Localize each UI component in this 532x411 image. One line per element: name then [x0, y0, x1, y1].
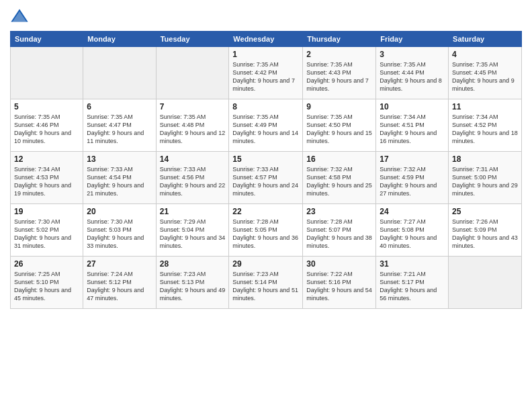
day-info: Sunrise: 7:28 AM Sunset: 5:07 PM Dayligh…: [306, 218, 372, 250]
day-number: 24: [380, 207, 445, 216]
calendar-cell: 20Sunrise: 7:30 AM Sunset: 5:03 PM Dayli…: [83, 204, 156, 257]
day-number: 13: [87, 154, 152, 164]
day-info: Sunrise: 7:21 AM Sunset: 5:17 PM Dayligh…: [380, 270, 445, 303]
day-number: 4: [452, 50, 518, 59]
day-info: Sunrise: 7:26 AM Sunset: 5:09 PM Dayligh…: [452, 218, 518, 250]
day-number: 12: [14, 154, 79, 164]
day-number: 29: [232, 259, 299, 269]
day-number: 19: [14, 207, 79, 216]
day-number: 22: [232, 207, 299, 216]
calendar-cell: [11, 47, 83, 99]
weekday-header-tuesday: Tuesday: [156, 32, 229, 47]
calendar-cell: 2Sunrise: 7:35 AM Sunset: 4:43 PM Daylig…: [303, 47, 376, 99]
day-number: 7: [160, 102, 226, 111]
day-info: Sunrise: 7:33 AM Sunset: 4:54 PM Dayligh…: [87, 165, 152, 198]
day-number: 11: [452, 102, 518, 111]
weekday-header-sunday: Sunday: [11, 32, 83, 47]
day-number: 16: [306, 154, 372, 164]
calendar-table: SundayMondayTuesdayWednesdayThursdayFrid…: [10, 31, 522, 309]
header: [10, 7, 522, 26]
week-row-5: 26Sunrise: 7:25 AM Sunset: 5:10 PM Dayli…: [11, 257, 522, 309]
calendar-cell: 13Sunrise: 7:33 AM Sunset: 4:54 PM Dayli…: [83, 152, 156, 204]
day-number: 6: [87, 102, 152, 111]
day-info: Sunrise: 7:35 AM Sunset: 4:49 PM Dayligh…: [232, 113, 299, 146]
calendar-cell: 8Sunrise: 7:35 AM Sunset: 4:49 PM Daylig…: [229, 99, 303, 152]
day-number: 15: [232, 154, 299, 164]
week-row-1: 1Sunrise: 7:35 AM Sunset: 4:42 PM Daylig…: [11, 47, 522, 99]
page-container: SundayMondayTuesdayWednesdayThursdayFrid…: [0, 0, 532, 312]
day-number: 1: [232, 50, 299, 59]
calendar-cell: 18Sunrise: 7:31 AM Sunset: 5:00 PM Dayli…: [449, 152, 522, 204]
calendar-cell: 29Sunrise: 7:23 AM Sunset: 5:14 PM Dayli…: [229, 257, 303, 309]
calendar-cell: 17Sunrise: 7:32 AM Sunset: 4:59 PM Dayli…: [376, 152, 449, 204]
weekday-header-friday: Friday: [376, 32, 449, 47]
week-row-3: 12Sunrise: 7:34 AM Sunset: 4:53 PM Dayli…: [11, 152, 522, 204]
logo-icon: [10, 7, 29, 26]
calendar-cell: 5Sunrise: 7:35 AM Sunset: 4:46 PM Daylig…: [11, 99, 83, 152]
calendar-body: 1Sunrise: 7:35 AM Sunset: 4:42 PM Daylig…: [11, 47, 522, 309]
calendar-cell: 31Sunrise: 7:21 AM Sunset: 5:17 PM Dayli…: [376, 257, 449, 309]
day-info: Sunrise: 7:28 AM Sunset: 5:05 PM Dayligh…: [232, 218, 299, 250]
day-info: Sunrise: 7:34 AM Sunset: 4:53 PM Dayligh…: [14, 165, 79, 198]
calendar-cell: 19Sunrise: 7:30 AM Sunset: 5:02 PM Dayli…: [11, 204, 83, 257]
day-info: Sunrise: 7:24 AM Sunset: 5:12 PM Dayligh…: [87, 270, 152, 303]
day-number: 3: [380, 50, 445, 59]
day-info: Sunrise: 7:27 AM Sunset: 5:08 PM Dayligh…: [380, 218, 445, 250]
calendar-cell: 3Sunrise: 7:35 AM Sunset: 4:44 PM Daylig…: [376, 47, 449, 99]
day-number: 14: [160, 154, 226, 164]
calendar-cell: 22Sunrise: 7:28 AM Sunset: 5:05 PM Dayli…: [229, 204, 303, 257]
calendar-cell: 21Sunrise: 7:29 AM Sunset: 5:04 PM Dayli…: [156, 204, 229, 257]
calendar-header: SundayMondayTuesdayWednesdayThursdayFrid…: [11, 32, 522, 47]
day-number: 26: [14, 259, 79, 269]
day-info: Sunrise: 7:35 AM Sunset: 4:48 PM Dayligh…: [160, 113, 226, 146]
day-number: 25: [452, 207, 518, 216]
calendar-cell: 23Sunrise: 7:28 AM Sunset: 5:07 PM Dayli…: [303, 204, 376, 257]
day-number: 20: [87, 207, 152, 216]
weekday-header-monday: Monday: [83, 32, 156, 47]
calendar-cell: 6Sunrise: 7:35 AM Sunset: 4:47 PM Daylig…: [83, 99, 156, 152]
day-number: 31: [380, 259, 445, 269]
calendar-cell: 27Sunrise: 7:24 AM Sunset: 5:12 PM Dayli…: [83, 257, 156, 309]
calendar-cell: [449, 257, 522, 309]
day-info: Sunrise: 7:35 AM Sunset: 4:50 PM Dayligh…: [306, 113, 372, 146]
calendar-cell: [83, 47, 156, 99]
calendar-cell: 14Sunrise: 7:33 AM Sunset: 4:56 PM Dayli…: [156, 152, 229, 204]
day-number: 28: [160, 259, 226, 269]
calendar-cell: 7Sunrise: 7:35 AM Sunset: 4:48 PM Daylig…: [156, 99, 229, 152]
calendar-cell: [156, 47, 229, 99]
logo: [10, 7, 32, 26]
week-row-4: 19Sunrise: 7:30 AM Sunset: 5:02 PM Dayli…: [11, 204, 522, 257]
calendar-cell: 16Sunrise: 7:32 AM Sunset: 4:58 PM Dayli…: [303, 152, 376, 204]
day-number: 17: [380, 154, 445, 164]
day-info: Sunrise: 7:33 AM Sunset: 4:57 PM Dayligh…: [232, 165, 299, 198]
day-info: Sunrise: 7:31 AM Sunset: 5:00 PM Dayligh…: [452, 165, 518, 198]
day-number: 10: [380, 102, 445, 111]
week-row-2: 5Sunrise: 7:35 AM Sunset: 4:46 PM Daylig…: [11, 99, 522, 152]
day-number: 2: [306, 50, 372, 59]
day-info: Sunrise: 7:32 AM Sunset: 4:59 PM Dayligh…: [380, 165, 445, 198]
day-info: Sunrise: 7:22 AM Sunset: 5:16 PM Dayligh…: [306, 270, 372, 303]
calendar-cell: 11Sunrise: 7:34 AM Sunset: 4:52 PM Dayli…: [449, 99, 522, 152]
day-info: Sunrise: 7:35 AM Sunset: 4:46 PM Dayligh…: [14, 113, 79, 146]
day-info: Sunrise: 7:33 AM Sunset: 4:56 PM Dayligh…: [160, 165, 226, 198]
weekday-header-wednesday: Wednesday: [229, 32, 303, 47]
day-info: Sunrise: 7:23 AM Sunset: 5:13 PM Dayligh…: [160, 270, 226, 303]
calendar-cell: 9Sunrise: 7:35 AM Sunset: 4:50 PM Daylig…: [303, 99, 376, 152]
day-number: 30: [306, 259, 372, 269]
calendar-cell: 25Sunrise: 7:26 AM Sunset: 5:09 PM Dayli…: [449, 204, 522, 257]
day-info: Sunrise: 7:35 AM Sunset: 4:42 PM Dayligh…: [232, 60, 299, 93]
day-info: Sunrise: 7:30 AM Sunset: 5:03 PM Dayligh…: [87, 218, 152, 250]
calendar-cell: 24Sunrise: 7:27 AM Sunset: 5:08 PM Dayli…: [376, 204, 449, 257]
day-info: Sunrise: 7:25 AM Sunset: 5:10 PM Dayligh…: [14, 270, 79, 303]
day-info: Sunrise: 7:29 AM Sunset: 5:04 PM Dayligh…: [160, 218, 226, 250]
calendar-cell: 30Sunrise: 7:22 AM Sunset: 5:16 PM Dayli…: [303, 257, 376, 309]
weekday-header-thursday: Thursday: [303, 32, 376, 47]
calendar-cell: 10Sunrise: 7:34 AM Sunset: 4:51 PM Dayli…: [376, 99, 449, 152]
day-number: 23: [306, 207, 372, 216]
day-info: Sunrise: 7:32 AM Sunset: 4:58 PM Dayligh…: [306, 165, 372, 198]
day-info: Sunrise: 7:35 AM Sunset: 4:45 PM Dayligh…: [452, 60, 518, 93]
day-info: Sunrise: 7:35 AM Sunset: 4:44 PM Dayligh…: [380, 60, 445, 93]
calendar-cell: 26Sunrise: 7:25 AM Sunset: 5:10 PM Dayli…: [11, 257, 83, 309]
calendar-cell: 12Sunrise: 7:34 AM Sunset: 4:53 PM Dayli…: [11, 152, 83, 204]
day-number: 8: [232, 102, 299, 111]
